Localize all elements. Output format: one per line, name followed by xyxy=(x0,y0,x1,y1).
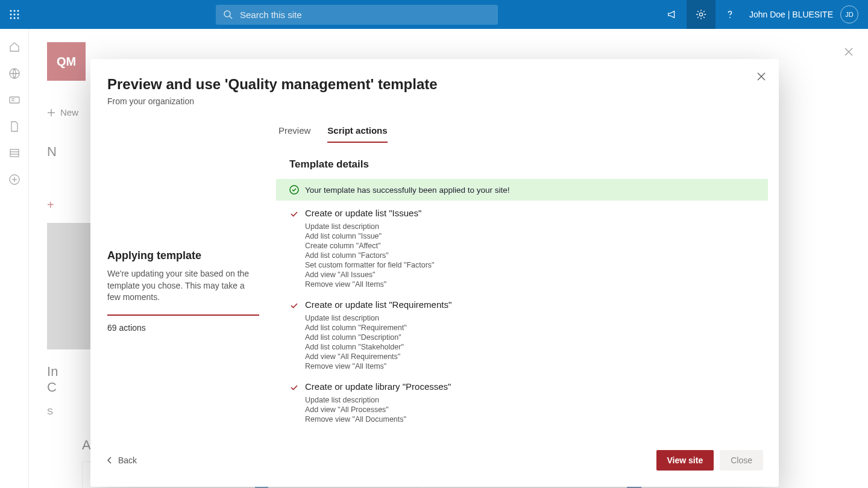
action-sub-item: Remove view "All Items" xyxy=(305,362,755,371)
action-block: Create or update list "Requirements"Upda… xyxy=(276,292,768,374)
modal-subtitle: From your organization xyxy=(107,96,762,106)
action-sub-item: Update list description xyxy=(305,222,755,231)
svg-point-4 xyxy=(14,14,16,16)
svg-point-1 xyxy=(14,10,16,12)
svg-point-2 xyxy=(17,10,19,12)
svg-line-10 xyxy=(230,16,232,19)
back-button[interactable]: Back xyxy=(106,455,137,465)
svg-point-0 xyxy=(10,10,12,12)
modal-left-pane: Applying template We're updating your si… xyxy=(107,123,276,446)
megaphone-icon[interactable] xyxy=(658,0,687,29)
tab-script-actions[interactable]: Script actions xyxy=(327,123,387,143)
action-sub-item: Add list column "Stakeholder" xyxy=(305,343,755,351)
svg-point-6 xyxy=(10,17,12,19)
action-sub-item: Remove view "All Items" xyxy=(305,280,755,289)
action-sub-item: Update list description xyxy=(305,396,755,404)
action-title: Create or update list "Issues" xyxy=(305,208,421,218)
action-sub-item: Add list column "Issue" xyxy=(305,232,755,240)
help-icon[interactable] xyxy=(715,0,744,29)
settings-icon[interactable] xyxy=(687,0,715,29)
action-block: Create or update list "Issues"Update lis… xyxy=(276,201,768,292)
action-sub-item: Add list column "Description" xyxy=(305,333,755,342)
applying-heading: Applying template xyxy=(107,249,259,262)
suite-bar: Search this site John Doe | BLUESITE JD xyxy=(0,0,868,29)
svg-point-9 xyxy=(224,11,230,17)
success-banner: Your template has successfully been appl… xyxy=(276,179,768,201)
svg-point-3 xyxy=(10,14,12,16)
action-sub-item: Create column "Affect" xyxy=(305,242,755,250)
progress-bar xyxy=(107,314,259,316)
search-wrap: Search this site xyxy=(216,5,498,25)
action-sub-item: Add view "All Processes" xyxy=(305,405,755,414)
search-input[interactable]: Search this site xyxy=(216,5,498,25)
action-title: Create or update library "Processes" xyxy=(305,381,451,392)
close-button[interactable]: Close xyxy=(720,450,763,471)
user-area[interactable]: John Doe | BLUESITE JD xyxy=(744,5,868,23)
action-title: Create or update list "Requirements" xyxy=(305,299,451,310)
action-sub-item: Add list column "Factors" xyxy=(305,251,755,260)
check-icon xyxy=(289,383,299,392)
action-sub-item: Update list description xyxy=(305,314,755,322)
details-scroll[interactable]: Template details Your template has succe… xyxy=(276,155,779,446)
tabs: Preview Script actions xyxy=(276,123,779,143)
action-sub-item: Add view "All Issues" xyxy=(305,271,755,279)
applying-text: We're updating your site based on the te… xyxy=(107,268,259,304)
close-icon[interactable] xyxy=(757,72,766,81)
svg-point-7 xyxy=(14,17,16,19)
chevron-left-icon xyxy=(106,457,113,464)
details-title: Template details xyxy=(276,155,768,179)
svg-point-11 xyxy=(699,13,702,16)
actions-count: 69 actions xyxy=(107,323,259,333)
view-site-button[interactable]: View site xyxy=(656,450,714,471)
success-text: Your template has successfully been appl… xyxy=(305,186,509,195)
modal-title: Preview and use 'Quality management' tem… xyxy=(107,76,762,93)
action-sub-item: Add view "All Requirements" xyxy=(305,352,755,361)
search-icon xyxy=(223,10,233,19)
user-label: John Doe | BLUESITE xyxy=(749,10,833,19)
svg-point-8 xyxy=(17,17,19,19)
search-placeholder: Search this site xyxy=(240,10,302,20)
tab-preview[interactable]: Preview xyxy=(278,123,310,143)
svg-point-5 xyxy=(17,14,19,16)
app-launcher-icon[interactable] xyxy=(0,0,29,29)
action-sub-item: Add list column "Requirement" xyxy=(305,324,755,332)
svg-point-12 xyxy=(729,17,731,18)
check-icon xyxy=(289,209,299,219)
check-circle-icon xyxy=(289,185,299,195)
check-icon xyxy=(289,301,299,310)
avatar: JD xyxy=(840,5,858,23)
action-block: Create or update library "Processes"Upda… xyxy=(276,374,768,427)
action-sub-item: Remove view "All Documents" xyxy=(305,415,755,424)
action-sub-item: Set custom formatter for field "Factors" xyxy=(305,261,755,269)
template-modal: Preview and use 'Quality management' tem… xyxy=(90,59,779,487)
